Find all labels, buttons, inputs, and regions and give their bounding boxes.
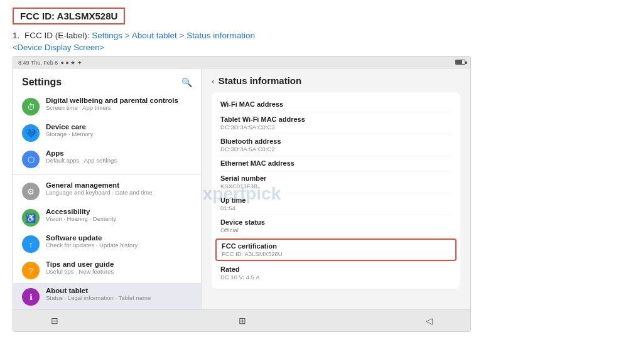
- detail-header: ‹ Status information: [212, 75, 460, 86]
- sidebar-divider: [13, 174, 201, 175]
- sidebar-item-apps[interactable]: ⬡AppsDefault apps · App settings: [13, 146, 201, 172]
- detail-card: Wi-Fi MAC addressTablet Wi-Fi MAC addres…: [212, 92, 460, 289]
- sidebar-item-icon: ⚙: [22, 183, 40, 200]
- sidebar-item-sub: Status · Legal information · Tablet name: [46, 294, 151, 301]
- device-display-label: <Device Display Screen>: [13, 43, 630, 52]
- detail-row-label: Rated: [220, 265, 451, 273]
- detail-row-5: Up time01:54: [220, 193, 451, 215]
- detail-row-3: Ethernet MAC address: [220, 156, 451, 171]
- sidebar-item-sub: Check for updates · Update history: [46, 242, 138, 249]
- sidebar-item-digital-wellbeing-an[interactable]: ⏱Digital wellbeing and parental controls…: [13, 93, 201, 119]
- tablet-mockup: xpertpick 8:49 Thu, Feb 6 ● ● ★ ✦ Settin…: [13, 56, 471, 332]
- detail-row-value: Official: [220, 227, 451, 233]
- sidebar-item-accessibility[interactable]: ♿AccessibilityVision · Hearing · Dexteri…: [13, 204, 201, 230]
- status-bar: 8:49 Thu, Feb 6 ● ● ★ ✦: [13, 56, 470, 69]
- tablet-nav-bar: ⊟ ⊞ ◁: [13, 309, 470, 331]
- sidebar-item-about-tablet[interactable]: ℹAbout tabletStatus · Legal information …: [13, 283, 201, 309]
- sidebar-item-icon: ⏱: [22, 98, 40, 115]
- status-time: 8:49 Thu, Feb 6: [18, 60, 58, 66]
- nav-home-icon[interactable]: ⊞: [239, 316, 246, 326]
- detail-row-1: Tablet Wi-Fi MAC addressDC:3D:3A:5A:C0:C…: [220, 112, 451, 134]
- sidebar-item-icon: 💙: [22, 124, 40, 142]
- instruction-prefix: FCC ID (E-label):: [24, 31, 90, 40]
- detail-row-2: Bluetooth addressDC:3D:3A:5A:C0:C2: [220, 134, 451, 156]
- sidebar-item-icon: ℹ: [22, 288, 40, 306]
- status-icons: ● ● ★ ✦: [60, 60, 82, 66]
- sidebar-item-sub: Default apps · App settings: [46, 157, 117, 164]
- sidebar-item-sub: Useful tips · New features: [46, 268, 114, 275]
- detail-row-value: 01:54: [220, 205, 451, 211]
- sidebar-item-sub: Storage · Memory: [46, 131, 94, 137]
- sidebar-title: Settings: [22, 77, 62, 88]
- detail-row-value: DC:3D:3A:5A:C0:C3: [220, 124, 451, 131]
- battery-icon: [455, 60, 465, 65]
- detail-row-label: Tablet Wi-Fi MAC address: [220, 115, 451, 123]
- detail-row-8: RatedDC 10 V; 4.5 A: [220, 262, 451, 284]
- detail-rows-list: Wi-Fi MAC addressTablet Wi-Fi MAC addres…: [220, 97, 451, 284]
- detail-row-6: Device statusOfficial: [220, 215, 451, 237]
- detail-row-label: FCC certification: [222, 242, 450, 250]
- detail-row-label: Ethernet MAC address: [220, 159, 451, 167]
- battery-indicator: [454, 60, 465, 66]
- sidebar-item-name: Digital wellbeing and parental controls: [46, 97, 178, 104]
- fcc-id-text: FCC ID: A3LSMX528U: [20, 11, 117, 21]
- sidebar-header: Settings 🔍: [13, 69, 201, 93]
- sidebar-item-device-care[interactable]: 💙Device careStorage · Memory: [13, 119, 201, 146]
- sidebar-item-software-update[interactable]: ↑Software updateCheck for updates · Upda…: [13, 230, 201, 257]
- status-bar-right: [454, 60, 465, 66]
- sidebar-item-icon: ?: [22, 262, 40, 279]
- sidebar-item-sub: Vision · Hearing · Dexterity: [46, 215, 116, 222]
- detail-title: Status information: [219, 75, 302, 86]
- detail-row-value: FCC ID: A3LSMX528U: [222, 250, 450, 257]
- nav-path-link[interactable]: Settings > About tablet > Status informa…: [92, 31, 255, 40]
- detail-row-7: FCC certificationFCC ID: A3LSMX528U: [215, 238, 457, 261]
- detail-row-4: Serial numberKSXC013F3B: [220, 171, 451, 193]
- sidebar-item-general-management[interactable]: ⚙General managementLanguage and keyboard…: [13, 178, 201, 204]
- detail-panel: ‹ Status information Wi-Fi MAC addressTa…: [202, 69, 470, 309]
- back-arrow-icon[interactable]: ‹: [212, 76, 215, 86]
- sidebar-item-sub: Screen time · App timers: [46, 104, 178, 111]
- sidebar-item-name: Accessibility: [46, 208, 116, 215]
- sidebar-item-name: Tips and user guide: [46, 260, 114, 268]
- page-container: FCC ID: A3LSMX528U 1. FCC ID (E-label): …: [0, 0, 643, 340]
- detail-row-0: Wi-Fi MAC address: [220, 97, 451, 112]
- sidebar-item-tips-and-user-guide[interactable]: ?Tips and user guideUseful tips · New fe…: [13, 257, 201, 283]
- sidebar-item-name: Apps: [46, 149, 117, 157]
- instruction-line: 1. FCC ID (E-label): Settings > About ta…: [13, 31, 630, 40]
- detail-row-label: Up time: [220, 196, 451, 204]
- search-icon[interactable]: 🔍: [181, 77, 192, 87]
- sidebar-item-sub: Language and keyboard · Date and time: [46, 189, 153, 196]
- detail-row-value: KSXC013F3B: [220, 183, 451, 190]
- sidebar-item-name: General management: [46, 181, 153, 189]
- sidebar-item-name: Device care: [46, 123, 94, 131]
- status-bar-left: 8:49 Thu, Feb 6 ● ● ★ ✦: [18, 60, 82, 66]
- instruction-number: 1.: [13, 31, 19, 40]
- settings-sidebar: Settings 🔍 ⏱Digital wellbeing and parent…: [13, 69, 202, 309]
- nav-menu-icon[interactable]: ⊟: [51, 316, 58, 326]
- sidebar-item-icon: ↑: [22, 235, 40, 253]
- sidebar-item-icon: ⬡: [22, 151, 40, 168]
- sidebar-item-name: About tablet: [46, 287, 151, 294]
- detail-row-label: Device status: [220, 218, 451, 226]
- detail-row-value: DC:3D:3A:5A:C0:C2: [220, 146, 451, 153]
- fcc-id-box: FCC ID: A3LSMX528U: [13, 8, 125, 24]
- tablet-content: Settings 🔍 ⏱Digital wellbeing and parent…: [13, 69, 470, 309]
- nav-back-icon[interactable]: ◁: [426, 316, 433, 326]
- detail-row-label: Wi-Fi MAC address: [220, 100, 451, 108]
- sidebar-item-name: Software update: [46, 234, 138, 242]
- sidebar-items-list: ⏱Digital wellbeing and parental controls…: [13, 93, 201, 309]
- detail-row-label: Bluetooth address: [220, 137, 451, 145]
- sidebar-item-icon: ♿: [22, 209, 40, 227]
- detail-row-label: Serial number: [220, 174, 451, 182]
- detail-row-value: DC 10 V; 4.5 A: [220, 274, 451, 281]
